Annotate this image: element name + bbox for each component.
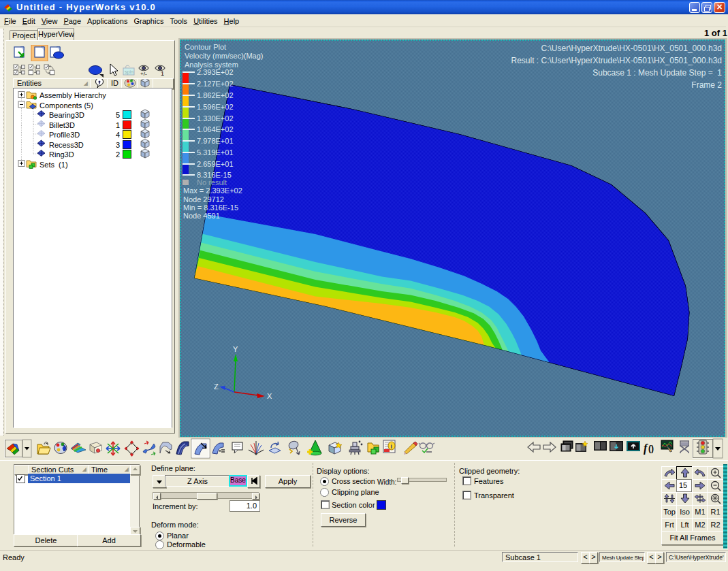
svg-text:Z: Z <box>214 382 219 391</box>
svg-text:i: i <box>391 443 393 450</box>
svg-text:1: 1 <box>161 70 164 77</box>
svg-text:X: X <box>267 392 272 400</box>
svg-text:Y: Y <box>233 345 238 353</box>
svg-text:+/-: +/- <box>140 71 147 77</box>
svg-text:spin: spin <box>125 69 133 75</box>
svg-text:f: f <box>644 442 648 455</box>
svg-text:(): () <box>648 444 654 453</box>
